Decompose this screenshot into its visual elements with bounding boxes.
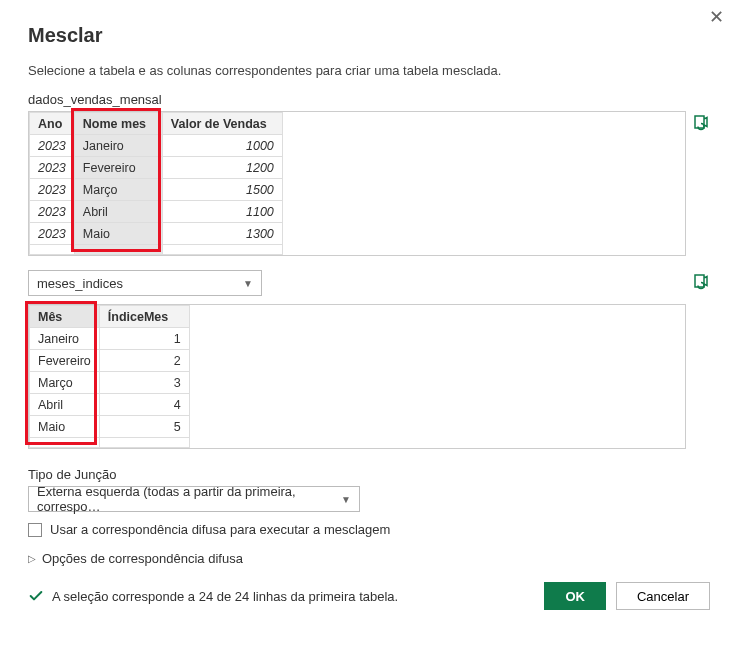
fuzzy-match-label: Usar a correspondência difusa para execu… — [50, 522, 390, 537]
join-type-label: Tipo de Junção — [28, 467, 710, 482]
table1-name: dados_vendas_mensal — [28, 92, 710, 107]
fuzzy-options-label: Opções de correspondência difusa — [42, 551, 243, 566]
table1-preview[interactable]: Ano Nome mes Valor de Vendas 2023Janeiro… — [28, 111, 686, 256]
table2-header-indice[interactable]: ÍndiceMes — [99, 306, 189, 328]
table-row[interactable]: 2023Abril1100 — [30, 201, 283, 223]
table-row[interactable]: 2023Fevereiro1200 — [30, 157, 283, 179]
join-type-dropdown[interactable]: Externa esquerda (todas a partir da prim… — [28, 486, 360, 512]
table2-source-value: meses_indices — [37, 276, 123, 291]
table-row[interactable]: Fevereiro2 — [30, 350, 190, 372]
table-row[interactable]: 2023Maio1300 — [30, 223, 283, 245]
table1-header-valor[interactable]: Valor de Vendas — [162, 113, 282, 135]
dialog-title: Mesclar — [28, 24, 710, 47]
refresh-icon[interactable] — [692, 113, 710, 131]
cancel-button[interactable]: Cancelar — [616, 582, 710, 610]
check-icon — [28, 588, 44, 604]
table-row[interactable]: Abril4 — [30, 394, 190, 416]
table2-source-dropdown[interactable]: meses_indices ▼ — [28, 270, 262, 296]
table2-preview[interactable]: Mês ÍndiceMes Janeiro1 Fevereiro2 Março3… — [28, 304, 686, 449]
table1-header-nome-mes[interactable]: Nome mes — [74, 113, 162, 135]
status-text: A seleção corresponde a 24 de 24 linhas … — [52, 589, 398, 604]
table2-header-mes[interactable]: Mês — [30, 306, 100, 328]
ok-button[interactable]: OK — [544, 582, 606, 610]
fuzzy-match-checkbox[interactable] — [28, 523, 42, 537]
chevron-down-icon: ▼ — [243, 278, 253, 289]
close-icon[interactable]: ✕ — [709, 6, 724, 28]
fuzzy-options-expander[interactable]: ▷ Opções de correspondência difusa — [28, 551, 710, 566]
join-type-value: Externa esquerda (todas a partir da prim… — [37, 484, 333, 514]
table-row[interactable]: 2023Janeiro1000 — [30, 135, 283, 157]
table-row[interactable]: 2023Março1500 — [30, 179, 283, 201]
table-row[interactable]: Março3 — [30, 372, 190, 394]
table-row[interactable]: Maio5 — [30, 416, 190, 438]
table1-header-ano[interactable]: Ano — [30, 113, 75, 135]
chevron-down-icon: ▼ — [341, 494, 351, 505]
table-row[interactable]: Janeiro1 — [30, 328, 190, 350]
chevron-right-icon: ▷ — [28, 553, 36, 564]
refresh-icon[interactable] — [692, 272, 710, 290]
dialog-subtitle: Selecione a tabela e as colunas correspo… — [28, 63, 710, 78]
